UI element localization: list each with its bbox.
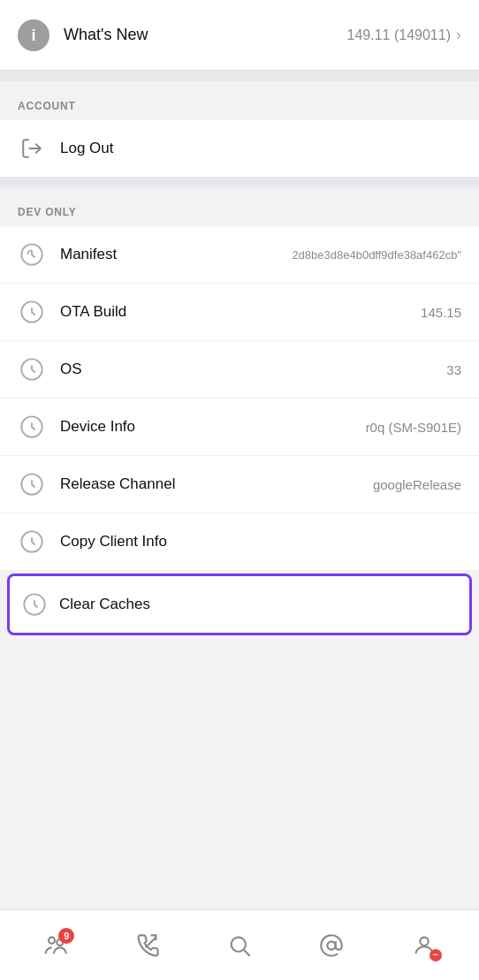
search-icon (225, 931, 254, 960)
copy-client-info-label: Copy Client Info (60, 533, 461, 551)
section-divider (0, 71, 479, 81)
profile-status-badge: − (430, 949, 442, 961)
svg-point-13 (328, 941, 336, 949)
svg-point-8 (49, 937, 55, 943)
mentions-icon (317, 931, 346, 960)
svg-line-10 (145, 937, 156, 947)
ota-build-value: 145.15 (421, 305, 461, 320)
os-item[interactable]: OS 33 (0, 341, 479, 399)
account-section-header: ACCOUNT (0, 81, 479, 120)
nav-calls[interactable] (101, 910, 193, 980)
devonly-list: Manifest 2d8be3d8e4b0dff9dfe38af462cb" O… (0, 226, 479, 570)
whats-new-row[interactable]: i What's New 149.11 (149011) › (0, 0, 479, 71)
manifest-item[interactable]: Manifest 2d8be3d8e4b0dff9dfe38af462cb" (0, 226, 479, 284)
info-icon: i (18, 19, 49, 51)
ota-build-label: OTA Build (60, 303, 414, 321)
ota-icon (18, 298, 46, 326)
calls-icon (133, 931, 162, 960)
device-info-label: Device Info (60, 418, 359, 436)
nav-profile[interactable]: − (378, 910, 470, 980)
os-icon (18, 355, 46, 384)
devonly-label: DEV ONLY (18, 206, 77, 218)
release-channel-value: googleRelease (373, 477, 461, 492)
account-label: ACCOUNT (18, 100, 76, 112)
os-value: 33 (446, 362, 461, 377)
whats-new-label: What's New (64, 26, 347, 44)
ota-build-item[interactable]: OTA Build 145.15 (0, 284, 479, 341)
whats-new-version: 149.11 (149011) (347, 27, 451, 43)
copy-client-info-item[interactable]: Copy Client Info (0, 513, 479, 570)
logout-label: Log Out (60, 140, 461, 157)
device-info-icon (18, 413, 46, 441)
os-label: OS (60, 361, 439, 378)
release-channel-icon (18, 470, 46, 498)
profile-icon: − (410, 931, 438, 960)
device-info-value: r0q (SM-S901E) (366, 420, 461, 435)
release-channel-label: Release Channel (60, 475, 366, 493)
device-info-item[interactable]: Device Info r0q (SM-S901E) (0, 399, 479, 456)
release-channel-item[interactable]: Release Channel googleRelease (0, 456, 479, 513)
copy-client-info-icon (18, 528, 46, 556)
nav-search[interactable] (194, 910, 285, 980)
clear-caches-icon (20, 590, 49, 619)
manifest-icon (18, 240, 46, 269)
logout-item[interactable]: Log Out (0, 120, 479, 177)
bottom-nav: 9 (0, 909, 479, 980)
nav-friends[interactable]: 9 (9, 910, 101, 980)
manifest-label: Manifest (60, 246, 285, 263)
svg-point-14 (420, 937, 428, 945)
section-divider-2 (0, 177, 479, 187)
friends-icon: 9 (41, 931, 69, 960)
manifest-value: 2d8be3d8e4b0dff9dfe38af462cb" (292, 248, 461, 262)
clear-caches-label: Clear Caches (59, 596, 459, 613)
svg-point-11 (232, 937, 246, 951)
clear-caches-item[interactable]: Clear Caches (7, 574, 472, 635)
account-list: Log Out (0, 120, 479, 177)
svg-line-12 (244, 950, 249, 955)
chevron-right-icon: › (456, 26, 461, 44)
devonly-section-header: DEV ONLY (0, 187, 479, 226)
nav-mentions[interactable] (285, 910, 377, 980)
logout-icon (18, 134, 46, 163)
friends-badge: 9 (58, 928, 74, 944)
